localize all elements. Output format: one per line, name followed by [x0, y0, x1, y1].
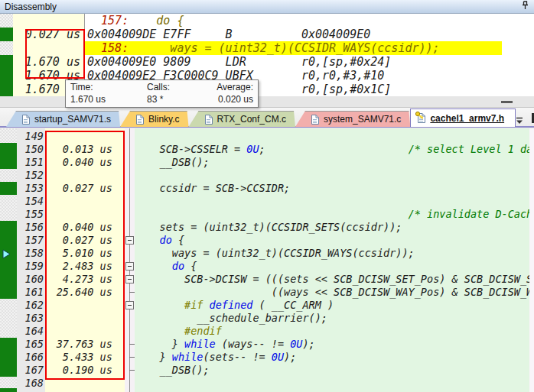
code-line[interactable]: SCB->DCISW = (((sets << SCB_DCISW_SET_Po…: [135, 273, 529, 286]
source-editor[interactable]: SCB->CSSELR = 0U; /* select Level 1 da _…: [0, 128, 534, 392]
code-segment: /* select Level 1 da: [409, 143, 529, 155]
code-segment: /* invalidate D-Cach: [135, 208, 529, 220]
disassembly-line[interactable]: 0x004009DE E7FF B 0x004009E0: [84, 28, 534, 41]
disassembly-text: 0x004009DE E7FF B 0x004009E0: [85, 28, 534, 41]
code-line[interactable]: ccsidr = SCB->CCSIDR;: [135, 182, 290, 195]
code-line[interactable]: } while (ways-- != 0U);: [135, 338, 315, 351]
line-number: 160: [17, 273, 44, 286]
fold-margin[interactable]: [125, 128, 135, 392]
fold-collapse-box[interactable]: [125, 301, 134, 309]
coverage-block: [0, 286, 17, 299]
exec-time: 0.190 us: [45, 364, 119, 377]
disassembly-title-bar[interactable]: Disassembly: [0, 0, 534, 14]
execution-indicator: [0, 55, 13, 69]
code-segment: [135, 325, 184, 337]
disassembly-line[interactable]: 0x004009E0 9809 LDR r0,[sp,#0x24]: [84, 55, 534, 69]
tab-cachel1-armv7-h[interactable]: cachel1_armv7.h: [410, 109, 516, 127]
tooltip-value: 0.020 us: [214, 94, 253, 106]
code-segment: __DSB();: [135, 364, 210, 376]
disassembly-row[interactable]: 158: ways = (uint32_t)(CCSIDR_WAYS(ccsid…: [0, 41, 534, 55]
line-number: 157: [17, 234, 44, 247]
code-segment: ccsidr = SCB->CCSIDR;: [135, 182, 290, 194]
fold-collapse-box[interactable]: [125, 262, 134, 271]
fold-end-tick: [129, 292, 135, 293]
line-number: 154: [17, 195, 44, 208]
code-segment: ;: [259, 143, 409, 155]
code-segment: while: [184, 338, 216, 350]
code-segment: __DSB();: [135, 156, 210, 168]
exec-time: 4.273 us: [45, 273, 119, 286]
coverage-block: [0, 364, 17, 377]
line-number: 156: [17, 221, 44, 234]
line-number: 162: [17, 299, 44, 312]
disassembly-segment: 0x004009E0 9809 LDR r0,[sp,#0x24]: [87, 55, 391, 69]
exec-time: 5.433 us: [45, 351, 119, 364]
tab-rtx-conf-cm-c[interactable]: RTX_Conf_CM.c: [189, 111, 295, 127]
scrollbar-thumb[interactable]: [501, 101, 513, 103]
line-number: 151: [17, 156, 44, 169]
code-line[interactable]: #if defined ( __CC_ARM ): [135, 299, 334, 312]
fold-line: [129, 128, 130, 392]
line-number: 149: [17, 130, 44, 143]
tooltip-value: 83 *: [147, 94, 214, 106]
code-segment: }: [135, 338, 184, 350]
document-icon: [21, 115, 31, 125]
line-number: 155: [17, 208, 44, 221]
disassembly-line[interactable]: 157: do {: [84, 14, 534, 28]
code-segment: SCB->DCISW = (((sets << SCB_DCISW_SET_Po…: [135, 273, 529, 285]
document-icon: [311, 115, 320, 125]
tab-blinky-c[interactable]: Blinky.c: [120, 111, 188, 127]
coverage-block: [0, 273, 17, 286]
tab-scroll-icon[interactable]: [516, 114, 523, 121]
document-key-icon: [417, 113, 426, 123]
code-line[interactable]: #endif: [135, 325, 222, 338]
fold-collapse-box[interactable]: [125, 275, 134, 283]
code-segment: [135, 260, 172, 272]
tab-startup-samv71-s[interactable]: startup_SAMV71.s: [6, 111, 120, 127]
code-segment: 0U: [272, 351, 284, 363]
line-number: 163: [17, 312, 44, 325]
execution-indicator: [0, 14, 13, 28]
tab-label: startup_SAMV71.s: [34, 114, 111, 125]
line-number: 158: [17, 247, 44, 260]
code-line[interactable]: ((ways << SCB_DCISW_WAY_Pos) & SCB_DCISW…: [135, 286, 529, 299]
code-line[interactable]: __schedule_barrier();: [135, 312, 327, 325]
tab-system-samv71-c[interactable]: system_SAMV71.c: [295, 111, 410, 127]
profile-tooltip: Time:1.670 usCalls:83 *Average:0.020 us: [65, 79, 259, 108]
exec-time: 0.027 us: [45, 182, 119, 195]
tab-label: Blinky.c: [148, 114, 179, 125]
disassembly-segment: ways = (uint32_t)(CCSIDR_WAYS(ccsidr));: [129, 41, 439, 55]
code-segment: (ways-- !=: [216, 338, 291, 350]
code-line[interactable]: } while(sets-- != 0U);: [135, 351, 296, 364]
tooltip-label: Time:: [70, 82, 147, 94]
code-segment: ((ways << SCB_DCISW_WAY_Pos) & SCB_DCISW…: [135, 286, 529, 298]
code-segment: 0U: [246, 143, 259, 155]
code-line[interactable]: __DSB();: [135, 364, 210, 377]
code-line[interactable]: do {: [135, 234, 184, 247]
code-segment: defined: [210, 299, 253, 311]
editor-right-strip: [529, 128, 534, 392]
line-number: 168: [17, 377, 44, 390]
line-number: 153: [17, 182, 44, 195]
pin-icon[interactable]: [521, 1, 529, 12]
fold-end-tick: [129, 344, 135, 345]
code-line[interactable]: do {: [135, 260, 197, 273]
disassembly-segment: 0x004009DE E7FF B 0x004009E0: [87, 28, 370, 41]
disassembly-row[interactable]: 0.027 us0x004009DE E7FF B 0x004009E0: [0, 28, 534, 41]
code-area[interactable]: SCB->CSSELR = 0U; /* select Level 1 da _…: [135, 128, 529, 392]
fold-collapse-box[interactable]: [125, 236, 134, 245]
code-segment: );: [284, 351, 296, 363]
disassembly-row[interactable]: 157: do {: [0, 14, 534, 28]
code-segment: }: [135, 351, 172, 363]
disassembly-text: 158: ways = (uint32_t)(CCSIDR_WAYS(ccsid…: [85, 41, 534, 55]
line-number: 161: [17, 286, 44, 299]
disassembly-line[interactable]: 158: ways = (uint32_t)(CCSIDR_WAYS(ccsid…: [84, 41, 534, 55]
disassembly-row[interactable]: 1.670 us0x004009E0 9809 LDR r0,[sp,#0x24…: [0, 55, 534, 69]
code-line[interactable]: /* invalidate D-Cach: [135, 208, 529, 221]
code-segment: while: [172, 351, 204, 363]
code-segment: [135, 234, 160, 246]
code-line[interactable]: __DSB();: [135, 156, 210, 169]
code-line[interactable]: ways = (uint32_t)(CCSIDR_WAYS(ccsidr));: [135, 247, 415, 260]
code-line[interactable]: SCB->CSSELR = 0U; /* select Level 1 da: [135, 143, 529, 156]
code-line[interactable]: sets = (uint32_t)(CCSIDR_SETS(ccsidr));: [135, 221, 402, 234]
